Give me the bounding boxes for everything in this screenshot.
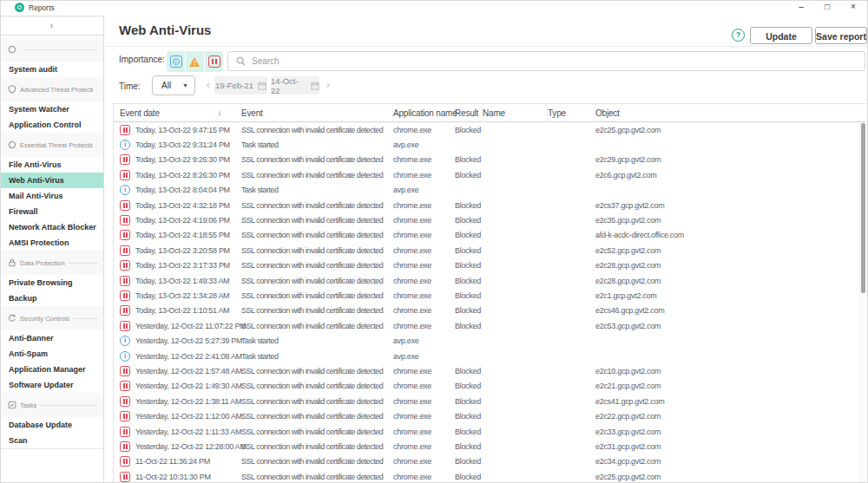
table-row[interactable]: Today, 13-Oct-22 3:17:33 PM SSL connecti… (114, 258, 859, 273)
cell-object: e2c6.gcp.gvt2.com (595, 171, 859, 179)
info-icon: i (170, 55, 182, 68)
column-header-event[interactable]: Event (241, 104, 393, 122)
table-row[interactable]: Yesterday, 12-Oct-22 12:28:00 AM SSL con… (114, 439, 859, 454)
sidebar-item-scan[interactable]: Scan (0, 433, 103, 448)
table-row[interactable]: Today, 13-Oct-22 3:20:58 PM SSL connecti… (114, 243, 859, 258)
table-row[interactable]: Today, 13-Oct-22 4:32:18 PM SSL connecti… (114, 198, 859, 212)
table-row[interactable]: 11-Oct-22 10:31:30 PM SSL connection wit… (114, 469, 859, 483)
column-header-name[interactable]: Name (483, 104, 548, 122)
table-row[interactable]: Yesterday, 12-Oct-22 1:57:48 AM SSL conn… (114, 363, 859, 378)
critical-severity-icon (120, 125, 130, 135)
column-header-application-name[interactable]: Application name (393, 104, 455, 122)
table-row[interactable]: Today, 13-Oct-22 9:31:24 PM Task started… (114, 137, 859, 152)
table-row[interactable]: Yesterday, 12-Oct-22 1:11:33 AM SSL conn… (114, 424, 859, 439)
sidebar-item-web-anti-virus[interactable]: Web Anti-Virus (0, 173, 103, 188)
sidebar-item-backup[interactable]: Backup (0, 290, 103, 306)
cell-object: e2c28.gcp.gvt2.com (595, 261, 859, 270)
sidebar-item-firewall[interactable]: Firewall (0, 204, 103, 219)
save-report-button[interactable]: Save report (815, 27, 867, 44)
table-row[interactable]: Yesterday, 12-Oct-22 1:12:00 AM SSL conn… (114, 408, 859, 423)
cell-event: SSL connection with invalid certificate … (241, 246, 393, 255)
maximize-button[interactable]: □ (814, 0, 840, 15)
date-from-button[interactable]: 19-Feb-21 (214, 76, 267, 95)
sidebar-collapse-button[interactable]: ‹ (0, 16, 103, 36)
sidebar-item-database-update[interactable]: Database Update (0, 417, 103, 433)
cell-event-date: Yesterday, 12-Oct-22 2:41:08 AM (120, 351, 241, 362)
date-prev-button[interactable]: ‹ (203, 75, 214, 95)
cell-application-name: chrome.exe (393, 261, 455, 270)
table-row[interactable]: Today, 13-Oct-22 1:34:28 AM SSL connecti… (114, 288, 859, 303)
sidebar-item-mail-anti-virus[interactable]: Mail Anti-Virus (0, 188, 103, 204)
table-row[interactable]: Today, 13-Oct-22 1:49:33 AM SSL connecti… (114, 273, 859, 288)
importance-info-toggle[interactable]: i (167, 51, 185, 72)
cell-event-date: Yesterday, 12-Oct-22 1:12:00 AM (120, 411, 241, 421)
section-label: Advanced Threat Protection (20, 86, 93, 94)
cell-application-name: avp.exe (393, 186, 455, 194)
close-button[interactable]: × (840, 0, 866, 15)
table-row[interactable]: Yesterday, 12-Oct-22 1:49:30 AM SSL conn… (114, 379, 859, 394)
table-row[interactable]: Today, 13-Oct-22 1:10:51 AM SSL connecti… (114, 304, 859, 318)
date-next-button[interactable]: › (323, 75, 333, 95)
table-row[interactable]: Yesterday, 12-Oct-22 2:41:08 AM Task sta… (114, 349, 859, 363)
chevron-down-icon: ▼ (182, 76, 188, 95)
section-divider (96, 145, 98, 146)
table-row[interactable]: Today, 13-Oct-22 4:19:06 PM SSL connecti… (114, 212, 859, 227)
column-header-type[interactable]: Type (548, 104, 595, 122)
table-row[interactable]: Today, 13-Oct-22 8:26:30 PM SSL connecti… (114, 167, 859, 182)
critical-severity-icon (120, 411, 130, 421)
cell-event-date: 11-Oct-22 11:36:24 PM (120, 456, 241, 467)
cell-application-name: chrome.exe (393, 322, 455, 330)
sidebar-item-network-attack-blocker[interactable]: Network Attack Blocker (0, 219, 103, 235)
cell-event: SSL connection with invalid certificate … (241, 428, 393, 436)
help-icon[interactable]: ? (732, 29, 745, 42)
table-row[interactable]: Today, 13-Oct-22 8:04:04 PM Task started… (114, 183, 859, 198)
sidebar-item-private-browsing[interactable]: Private Browsing (0, 275, 103, 290)
table-row[interactable]: 11-Oct-22 11:36:24 PM SSL connection wit… (114, 454, 859, 469)
column-header-event-date[interactable]: Event date ↓ (120, 104, 241, 122)
vertical-scrollbar[interactable] (859, 122, 865, 483)
table-row[interactable]: Today, 13-Oct-22 9:47:15 PM SSL connecti… (114, 122, 859, 137)
cell-event-date: Today, 13-Oct-22 8:26:30 PM (120, 170, 241, 180)
column-header-result[interactable]: Result (455, 104, 483, 122)
sidebar-item-software-updater[interactable]: Software Updater (0, 377, 103, 393)
sidebar-item-application-manager[interactable]: Application Manager (0, 362, 103, 377)
date-to-button[interactable]: 14-Oct-22 (271, 76, 319, 95)
column-header-object[interactable]: Object (595, 104, 865, 122)
cell-event: SSL connection with invalid certificate … (241, 277, 393, 285)
cell-result: Blocked (455, 155, 483, 164)
sidebar-item-anti-banner[interactable]: Anti-Banner (0, 330, 103, 346)
table-row[interactable]: Yesterday, 12-Oct-22 11:07:22 PM SSL con… (114, 318, 859, 333)
table-row[interactable]: Yesterday, 12-Oct-22 1:38:11 AM SSL conn… (114, 394, 859, 408)
importance-critical-toggle[interactable] (204, 51, 223, 72)
sidebar-item-system-watcher[interactable]: System Watcher (0, 101, 103, 117)
time-range-dropdown[interactable]: All ▼ (152, 75, 195, 95)
sidebar-item-file-anti-virus[interactable]: File Anti-Virus (0, 157, 103, 173)
importance-warning-toggle[interactable]: ! (185, 51, 204, 72)
cell-event-date: Yesterday, 12-Oct-22 1:57:48 AM (120, 366, 241, 376)
cell-result: Blocked (455, 126, 483, 134)
critical-severity-icon (120, 200, 130, 211)
shield-icon (8, 85, 16, 94)
info-severity-icon (120, 336, 130, 346)
cell-event: SSL connection with invalid certificate … (241, 126, 393, 134)
table-row[interactable]: Today, 13-Oct-22 4:18:55 PM SSL connecti… (114, 228, 859, 243)
cell-result: Blocked (455, 428, 483, 436)
cell-application-name: chrome.exe (393, 277, 455, 285)
minimize-button[interactable]: – (788, 0, 814, 15)
cell-application-name: chrome.exe (393, 291, 455, 300)
cell-event: Task started (241, 336, 393, 345)
table-header: Event date ↓ Event Application name Resu… (114, 104, 865, 122)
scrollbar-thumb[interactable] (861, 123, 865, 293)
sidebar-item-system-audit[interactable]: System audit (0, 62, 103, 77)
sidebar-item-anti-spam[interactable]: Anti-Spam (0, 346, 103, 362)
sidebar-item-application-control[interactable]: Application Control (0, 117, 103, 133)
cell-application-name: chrome.exe (393, 201, 455, 210)
sidebar-item-amsi-protection[interactable]: AMSI Protection (0, 235, 103, 251)
search-input[interactable] (228, 52, 865, 70)
cell-application-name: chrome.exe (393, 412, 455, 421)
critical-severity-icon (120, 290, 130, 301)
cell-object: e2c52.gcp.gvt2.com (595, 246, 859, 255)
update-button[interactable]: Update (750, 27, 812, 44)
table-row[interactable]: Yesterday, 12-Oct-22 5:27:39 PM Task sta… (114, 333, 859, 348)
table-row[interactable]: Today, 13-Oct-22 9:26:30 PM SSL connecti… (114, 153, 859, 167)
